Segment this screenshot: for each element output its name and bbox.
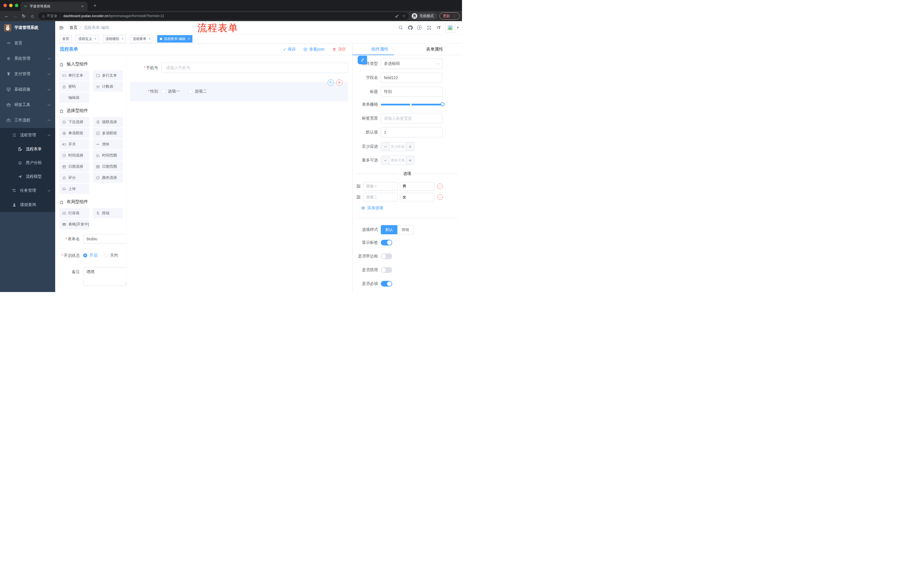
- home-icon[interactable]: ⌂: [28, 13, 36, 18]
- palette-item-button[interactable]: 按钮: [93, 208, 123, 218]
- palette-item-select[interactable]: 下拉选择: [59, 117, 89, 127]
- title-input[interactable]: [381, 87, 442, 97]
- radio-off-label[interactable]: 关闭: [110, 253, 118, 258]
- drag-handle-icon[interactable]: [356, 194, 361, 200]
- palette-item-row-container[interactable]: 行容器: [59, 208, 89, 218]
- canvas-field-phone[interactable]: *手机号: [130, 63, 348, 73]
- sidebar-item-process-form[interactable]: 流程表单: [0, 142, 55, 156]
- tab-close-icon[interactable]: ×: [80, 4, 85, 8]
- sidebar-item-devtools[interactable]: 研发工具: [0, 97, 55, 113]
- tag-process-form[interactable]: 流程表单×: [130, 35, 153, 43]
- sidebar-item-system[interactable]: 系统管理: [0, 51, 55, 66]
- palette-item-single-text[interactable]: 单行文本: [59, 70, 89, 81]
- checkbox[interactable]: [162, 89, 165, 94]
- tag-process-form-edit[interactable]: 流程表单-编辑×: [157, 35, 192, 43]
- form-name-input[interactable]: [83, 234, 127, 244]
- copy-widget-button[interactable]: [328, 79, 334, 86]
- back-icon[interactable]: ←: [2, 13, 11, 18]
- add-option-button[interactable]: ⊕ 添加选项: [361, 206, 462, 211]
- delete-widget-button[interactable]: [336, 79, 343, 86]
- palette-item-date-range[interactable]: 日期范围: [93, 161, 123, 172]
- sidebar-item-leave-query[interactable]: 请假查询: [0, 198, 55, 212]
- update-button[interactable]: 更新 ⋮: [439, 12, 460, 20]
- palette-item-date[interactable]: 日期选择: [59, 161, 89, 172]
- zoom-window-button[interactable]: [15, 4, 18, 7]
- min-select-input[interactable]: [389, 142, 406, 151]
- decrease-button[interactable]: −: [381, 142, 389, 151]
- form-grid-slider[interactable]: [381, 104, 442, 105]
- palette-item-checkbox-group[interactable]: 多选框组: [93, 128, 123, 138]
- disabled-switch[interactable]: [381, 267, 392, 273]
- tab-component-props[interactable]: 组件属性: [353, 44, 408, 55]
- reload-icon[interactable]: ↻: [20, 13, 28, 19]
- data-binding-tag[interactable]: [358, 56, 367, 64]
- increase-button[interactable]: +: [406, 156, 414, 165]
- palette-item-rate[interactable]: 评分: [59, 173, 89, 183]
- field-name-input[interactable]: [381, 72, 442, 83]
- close-icon[interactable]: ×: [122, 37, 124, 41]
- min-select-stepper[interactable]: − +: [381, 142, 414, 151]
- search-icon[interactable]: [396, 25, 405, 30]
- tab-form-props[interactable]: 表单属性: [408, 44, 462, 55]
- palette-item-switch[interactable]: 开关: [59, 139, 89, 150]
- breadcrumb-home[interactable]: 首页: [69, 25, 78, 30]
- component-type-select[interactable]: 多选框组: [381, 59, 442, 69]
- gender-option-1[interactable]: 选项一: [162, 89, 180, 94]
- increase-button[interactable]: +: [406, 142, 414, 151]
- palette-item-editor[interactable]: 编辑器: [59, 92, 89, 103]
- palette-item-multi-text[interactable]: 多行文本: [93, 70, 123, 81]
- phone-input[interactable]: [162, 63, 348, 73]
- decrease-button[interactable]: −: [381, 156, 389, 165]
- palette-item-counter[interactable]: 计数器: [93, 81, 123, 92]
- new-tab-button[interactable]: +: [91, 2, 98, 9]
- browser-tab[interactable]: 芋道管理系统 ×: [21, 2, 87, 11]
- option-value-input[interactable]: [400, 193, 434, 201]
- required-switch[interactable]: [381, 281, 392, 286]
- github-icon[interactable]: [405, 25, 415, 30]
- caret-down-icon[interactable]: ▾: [457, 26, 459, 30]
- radio-off[interactable]: [104, 253, 108, 257]
- sidebar-logo[interactable]: 芋道管理系统: [0, 21, 55, 34]
- style-default-button[interactable]: 默认: [381, 225, 398, 234]
- show-label-switch[interactable]: [381, 240, 392, 245]
- remove-option-button[interactable]: −: [437, 194, 443, 200]
- palette-item-cascader[interactable]: 级联选择: [93, 117, 123, 127]
- option-label-input[interactable]: [363, 182, 398, 191]
- form-remark-textarea[interactable]: 嘿嘿: [83, 267, 127, 286]
- text-size-icon[interactable]: TT: [434, 25, 443, 30]
- tag-home[interactable]: 首页: [60, 35, 72, 43]
- password-key-icon[interactable]: [395, 14, 399, 18]
- sidebar-item-workflow[interactable]: 工作流程: [0, 113, 55, 128]
- minimize-window-button[interactable]: [9, 4, 13, 7]
- palette-item-time-range[interactable]: 时间范围: [93, 150, 123, 161]
- save-button[interactable]: ✓保存: [283, 47, 296, 52]
- label-width-input[interactable]: [381, 113, 442, 123]
- sidebar-item-payment[interactable]: ¥ 支付管理: [0, 66, 55, 82]
- sidebar-item-infra[interactable]: 基础设施: [0, 82, 55, 97]
- close-icon[interactable]: ×: [148, 37, 151, 41]
- close-icon[interactable]: ×: [188, 37, 190, 41]
- collapse-sidebar-button[interactable]: [55, 25, 68, 30]
- question-icon[interactable]: ?: [415, 25, 424, 30]
- default-value-input[interactable]: [381, 127, 442, 137]
- forward-icon[interactable]: →: [11, 13, 20, 18]
- close-icon[interactable]: ×: [94, 37, 96, 41]
- palette-item-time[interactable]: 时间选择: [59, 150, 89, 161]
- radio-on-label[interactable]: 开启: [89, 253, 97, 258]
- tag-process-model[interactable]: 流程模型×: [103, 35, 126, 43]
- palette-item-upload[interactable]: 上传: [59, 184, 89, 194]
- bookmark-star-icon[interactable]: ☆: [402, 13, 406, 18]
- sidebar-item-task-mgmt[interactable]: 任务管理: [0, 183, 55, 198]
- close-window-button[interactable]: [3, 4, 7, 7]
- security-indicator[interactable]: ⚠ 不安全: [42, 14, 58, 18]
- option-label-input[interactable]: [363, 193, 398, 201]
- radio-on[interactable]: [83, 253, 87, 257]
- palette-item-color[interactable]: 颜色选择: [93, 173, 123, 183]
- gender-option-2[interactable]: 选项二: [188, 89, 207, 94]
- palette-item-radio-group[interactable]: 单选框组: [59, 128, 89, 138]
- sidebar-item-process-model[interactable]: 流程模型: [0, 170, 55, 183]
- palette-item-password[interactable]: 密码: [59, 81, 89, 92]
- sidebar-item-home[interactable]: 首页: [0, 35, 55, 51]
- view-json-button[interactable]: 查看json: [303, 47, 325, 52]
- max-select-input[interactable]: [389, 156, 406, 165]
